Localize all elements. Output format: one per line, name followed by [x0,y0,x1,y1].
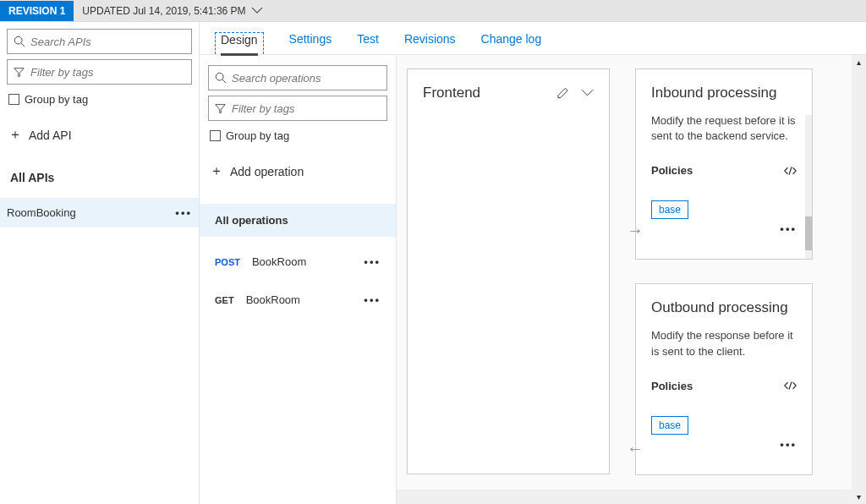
inbound-desc: Modify the request before it is sent to … [651,113,797,144]
operation-row[interactable]: GET BookRoom ••• [208,283,387,316]
http-verb: POST [215,257,240,267]
canvas-scroll[interactable]: Frontend [397,55,866,504]
chevron-down-icon [251,4,264,17]
main-column: Design Settings Test Revisions Change lo… [200,22,866,504]
updated-text: UPDATED Jul 14, 2019, 5:41:36 PM [82,5,245,17]
scrollbar-vertical[interactable] [805,115,812,259]
outbound-processing-card: Outbound processing Modify the response … [635,283,813,474]
code-icon[interactable] [784,164,797,177]
plus-icon: ＋ [8,126,22,144]
inbound-menu-button[interactable]: ••• [780,222,797,235]
api-sidebar: Group by tag ＋ Add API All APIs RoomBook… [0,22,200,504]
add-operation-button[interactable]: ＋ Add operation [208,151,387,192]
edit-icon[interactable] [556,87,569,100]
tab-settings[interactable]: Settings [289,32,332,54]
svg-point-0 [14,36,22,44]
all-apis-header[interactable]: All APIs [7,161,192,193]
group-ops-label: Group by tag [226,129,289,142]
checkbox-icon [8,94,19,105]
operation-menu-button[interactable]: ••• [364,255,381,268]
add-operation-label: Add operation [230,165,304,178]
checkbox-icon [210,130,221,141]
tab-revisions[interactable]: Revisions [404,32,456,54]
revision-badge[interactable]: REVISION 1 [0,1,74,21]
search-apis-field[interactable] [30,36,186,48]
arrow-left-icon: ← [627,439,644,458]
search-operations-field[interactable] [232,72,381,85]
search-icon [13,36,25,48]
operations-panel: Group by tag ＋ Add operation All operati… [200,55,397,504]
filter-icon [214,102,227,115]
add-api-button[interactable]: ＋ Add API [7,114,192,156]
base-policy-chip[interactable]: base [651,416,688,435]
design-canvas: Frontend [397,55,866,504]
inbound-processing-card: Inbound processing Modify the request be… [635,68,813,260]
api-item-menu-button[interactable]: ••• [175,206,192,219]
tab-design[interactable]: Design [215,32,264,54]
frontend-title: Frontend [423,85,480,101]
filter-apis-field[interactable] [30,66,186,79]
scroll-down-icon[interactable]: ▾ [854,490,863,504]
operation-menu-button[interactable]: ••• [364,293,381,306]
group-by-tag-checkbox[interactable]: Group by tag [7,90,192,109]
tab-change-log[interactable]: Change log [481,32,542,54]
canvas-scrollbar-horizontal[interactable] [397,490,852,504]
scroll-up-icon[interactable]: ▴ [854,55,863,69]
tab-test[interactable]: Test [357,32,379,54]
frontend-card: Frontend [407,68,610,474]
all-operations-item[interactable]: All operations [200,204,396,237]
group-ops-by-tag-checkbox[interactable]: Group by tag [208,126,387,145]
add-api-label: Add API [29,129,72,142]
inbound-title: Inbound processing [651,85,797,101]
canvas-scrollbar-vertical[interactable]: ▴ ▾ [852,55,866,504]
operation-row[interactable]: POST BookRoom ••• [208,245,387,278]
search-icon [214,72,227,85]
code-icon[interactable] [784,380,797,392]
filter-icon [13,66,25,79]
updated-timestamp[interactable]: UPDATED Jul 14, 2019, 5:41:36 PM [74,4,263,17]
arrow-right-icon: → [627,221,644,240]
svg-point-2 [216,73,223,80]
filter-operations-input[interactable] [208,96,387,121]
search-operations-input[interactable] [208,65,387,90]
operation-name: BookRoom [252,255,306,268]
chevron-down-icon[interactable] [581,87,594,100]
api-item-name: RoomBooking [7,206,76,219]
http-verb: GET [215,295,234,305]
top-bar: REVISION 1 UPDATED Jul 14, 2019, 5:41:36… [0,0,866,22]
policies-label: Policies [651,380,693,392]
outbound-desc: Modify the response before it is sent to… [651,328,797,359]
outbound-title: Outbound processing [651,299,797,316]
tabs-bar: Design Settings Test Revisions Change lo… [200,22,866,55]
operation-name: BookRoom [246,293,300,306]
search-apis-input[interactable] [7,29,192,54]
api-list-item[interactable]: RoomBooking ••• [0,198,199,227]
filter-operations-field[interactable] [232,102,381,115]
svg-line-1 [21,43,25,47]
base-policy-chip[interactable]: base [651,200,688,219]
svg-line-3 [222,79,226,83]
policies-label: Policies [651,164,693,177]
filter-apis-input[interactable] [7,59,192,85]
group-by-tag-label: Group by tag [25,93,88,106]
outbound-menu-button[interactable]: ••• [780,438,797,451]
plus-icon: ＋ [210,162,223,180]
